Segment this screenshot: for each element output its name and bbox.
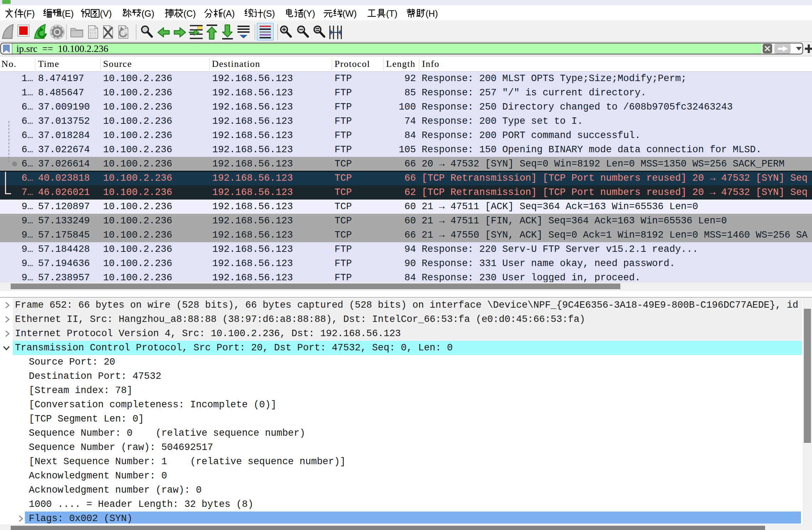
- svg-text:0101: 0101: [90, 28, 96, 32]
- svg-text:0113: 0113: [90, 35, 96, 38]
- svg-text:0110: 0110: [90, 32, 96, 35]
